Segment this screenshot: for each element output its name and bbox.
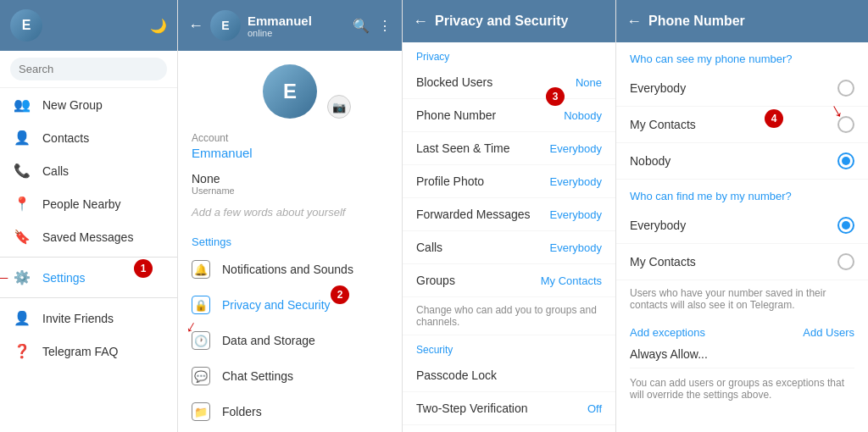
contacts-see-label: My Contacts: [630, 118, 696, 131]
two-step-label: Two-Step Verification: [416, 402, 528, 415]
moon-icon[interactable]: 🌙: [150, 18, 167, 34]
privacy-groups[interactable]: Groups My Contacts: [403, 264, 615, 297]
privacy-last-seen[interactable]: Last Seen & Time Everybody: [403, 132, 615, 165]
sidebar-nav: 👥 New Group 👤 Contacts 📞 Calls 📍 People …: [0, 88, 177, 432]
settings-data[interactable]: 🕐 Data and Storage: [178, 323, 402, 358]
radio-nobody-see[interactable]: [837, 152, 854, 169]
security-passcode[interactable]: Passcode Lock: [403, 359, 615, 392]
contacts-find-label: My Contacts: [630, 255, 696, 269]
phone-header: ← Phone Number: [616, 0, 868, 42]
sidebar-item-invite-friends[interactable]: 👤 Invite Friends: [0, 302, 177, 335]
invite-icon: 👤: [14, 310, 31, 326]
sidebar-item-settings[interactable]: ⚙️ Settings ← 1: [0, 261, 177, 294]
account-section: Account Emmanuel: [178, 125, 402, 167]
two-step-value: Off: [587, 402, 602, 415]
option-contacts-find[interactable]: My Contacts: [616, 244, 868, 280]
everybody-see-label: Everybody: [630, 81, 686, 95]
passcode-label: Passcode Lock: [416, 368, 497, 382]
phone-back-button[interactable]: ←: [626, 13, 642, 30]
privacy-back-button[interactable]: ←: [413, 13, 428, 30]
chat-icon: 💬: [192, 367, 210, 385]
sidebar-item-label: Settings: [42, 271, 86, 285]
last-seen-label: Last Seen & Time: [416, 141, 510, 155]
settings-section-label: Settings: [178, 227, 402, 252]
privacy-forwarded[interactable]: Forwarded Messages Everybody: [403, 198, 615, 231]
avatar: E: [10, 9, 42, 42]
faq-icon: ❓: [14, 343, 31, 359]
profile-photo-value: Everybody: [550, 175, 602, 188]
nobody-see-label: Nobody: [630, 154, 670, 168]
exceptions-label: Add exceptions: [630, 326, 705, 339]
username-row: None Username: [178, 167, 402, 201]
people-nearby-icon: 📍: [14, 196, 31, 212]
settings-chat[interactable]: 💬 Chat Settings: [178, 358, 402, 394]
security-section-label: Security: [403, 335, 615, 359]
sidebar-item-new-group[interactable]: 👥 New Group: [0, 88, 177, 121]
privacy-phone-number[interactable]: Phone Number Nobody ↑ 3: [403, 99, 615, 132]
account-name: Emmanuel: [192, 146, 388, 160]
saved-messages-icon: 🔖: [14, 229, 31, 245]
option-contacts-see[interactable]: My Contacts: [616, 107, 868, 143]
profile-header-icons: 🔍 ⋮: [353, 18, 392, 34]
security-two-step[interactable]: Two-Step Verification Off: [403, 392, 615, 425]
bio-row: Add a few words about yourself: [178, 201, 402, 227]
folders-icon: 📁: [192, 402, 210, 421]
add-users-button[interactable]: Add Users: [803, 326, 854, 339]
sidebar-item-calls[interactable]: 📞 Calls: [0, 154, 177, 187]
notifications-label: Notifications and Sounds: [222, 263, 353, 276]
forwarded-value: Everybody: [550, 208, 602, 221]
option-nobody-see[interactable]: Nobody ↑ 4: [616, 143, 868, 180]
exceptions-section: Add exceptions Add Users Always Allow...: [616, 318, 868, 372]
divider: [0, 257, 177, 258]
privacy-header-title: Privacy and Security: [435, 14, 605, 29]
sidebar-item-contacts[interactable]: 👤 Contacts: [0, 121, 177, 154]
search-icon[interactable]: 🔍: [353, 18, 370, 34]
folders-label: Folders: [222, 405, 262, 418]
radio-everybody-find[interactable]: [837, 217, 854, 234]
back-button[interactable]: ←: [188, 17, 203, 35]
radio-contacts-see[interactable]: [837, 116, 854, 133]
privacy-blocked-users[interactable]: Blocked Users None: [403, 66, 615, 99]
radio-contacts-find[interactable]: [837, 253, 854, 270]
annotation-1: 1: [134, 259, 153, 278]
option-everybody-find[interactable]: Everybody: [616, 208, 868, 244]
settings-privacy[interactable]: 🔒 Privacy and Security ↑ 2: [178, 287, 402, 323]
privacy-calls[interactable]: Calls Everybody: [403, 231, 615, 264]
find-note: Users who have your number saved in thei…: [616, 280, 868, 318]
more-icon[interactable]: ⋮: [378, 18, 392, 34]
radio-inner-selected: [842, 157, 850, 165]
search-input[interactable]: [10, 58, 167, 80]
camera-button[interactable]: 📷: [327, 95, 351, 119]
settings-folders[interactable]: 📁 Folders: [178, 394, 402, 429]
sidebar: E 🌙 👥 New Group 👤 Contacts 📞 Calls 📍: [0, 0, 178, 432]
sidebar-item-label: Contacts: [42, 131, 89, 145]
chat-label: Chat Settings: [222, 369, 293, 383]
security-active-sessions[interactable]: Active Sessions: [403, 425, 615, 432]
sidebar-item-label: Saved Messages: [42, 230, 133, 244]
profile-header-info: Emmanuel online: [248, 14, 346, 38]
profile-avatar-row: E 📷: [178, 51, 402, 125]
always-allow-label: Always Allow...: [630, 347, 708, 361]
sidebar-item-label: Invite Friends: [42, 312, 114, 325]
radio-everybody-see[interactable]: [837, 80, 854, 97]
new-group-icon: 👥: [14, 97, 31, 113]
forwarded-label: Forwarded Messages: [416, 208, 531, 221]
sidebar-item-label: New Group: [42, 98, 103, 112]
profile-header: ← E Emmanuel online 🔍 ⋮: [178, 0, 402, 51]
privacy-label: Privacy and Security: [222, 298, 331, 312]
settings-notifications[interactable]: 🔔 Notifications and Sounds: [178, 252, 402, 287]
privacy-header: ← Privacy and Security: [403, 0, 615, 42]
calls-value: Everybody: [550, 241, 602, 254]
blocked-users-label: Blocked Users: [416, 75, 492, 89]
privacy-section-label: Privacy: [403, 42, 615, 66]
sidebar-item-saved-messages[interactable]: 🔖 Saved Messages: [0, 220, 177, 253]
phone-number-label: Phone Number: [416, 108, 496, 122]
sidebar-item-faq[interactable]: ❓ Telegram FAQ: [0, 335, 177, 368]
groups-note: Change who can add you to groups and cha…: [403, 297, 615, 335]
sidebar-item-people-nearby[interactable]: 📍 People Nearby: [0, 187, 177, 220]
option-everybody-see[interactable]: Everybody: [616, 70, 868, 107]
privacy-profile-photo[interactable]: Profile Photo Everybody: [403, 165, 615, 198]
last-seen-value: Everybody: [550, 142, 602, 155]
phone-number-value: Nobody: [564, 109, 602, 122]
data-label: Data and Storage: [222, 334, 315, 347]
